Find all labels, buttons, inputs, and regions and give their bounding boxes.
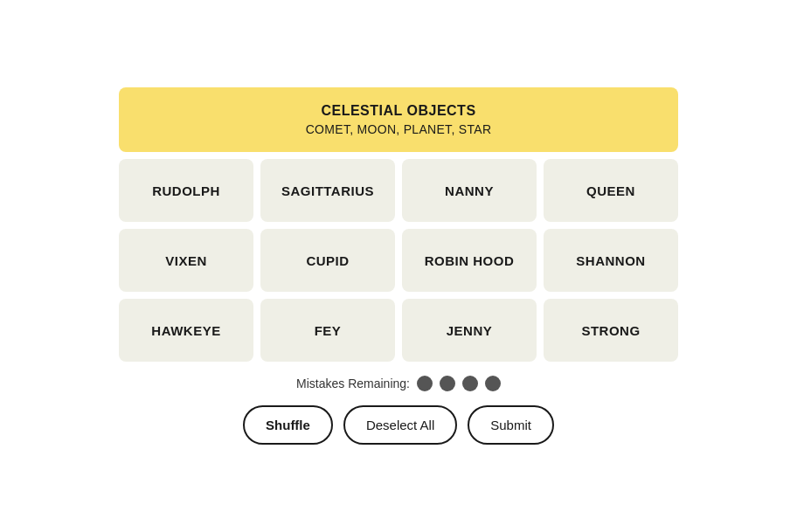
solved-category-title: CELESTIAL OBJECTS [136,103,661,119]
tile-fey[interactable]: FEY [260,299,395,362]
mistakes-label: Mistakes Remaining: [296,377,410,390]
shuffle-button[interactable]: Shuffle [243,405,333,445]
tile-cupid[interactable]: CUPID [260,229,395,292]
solved-category: CELESTIAL OBJECTS COMET, MOON, PLANET, S… [119,87,678,152]
tile-sagittarius[interactable]: SAGITTARIUS [260,159,395,222]
tile-rudolph[interactable]: RUDOLPH [119,159,253,222]
tile-jenny[interactable]: JENNY [402,299,537,362]
solved-category-items: COMET, MOON, PLANET, STAR [136,122,661,136]
mistake-dot-3 [462,376,478,391]
mistake-dot-1 [417,376,433,391]
buttons-row: Shuffle Deselect All Submit [243,405,554,445]
tile-strong[interactable]: STRONG [544,299,678,362]
tile-shannon[interactable]: SHANNON [544,229,678,292]
game-container: CELESTIAL OBJECTS COMET, MOON, PLANET, S… [119,87,678,445]
mistake-dot-4 [485,376,501,391]
tile-vixen[interactable]: VIXEN [119,229,253,292]
mistakes-row: Mistakes Remaining: [296,376,501,391]
submit-button[interactable]: Submit [468,405,554,445]
tile-nanny[interactable]: NANNY [402,159,537,222]
tile-hawkeye[interactable]: HAWKEYE [119,299,253,362]
tile-robin-hood[interactable]: ROBIN HOOD [402,229,537,292]
tile-grid: RUDOLPHSAGITTARIUSNANNYQUEENVIXENCUPIDRO… [119,159,678,362]
mistake-dot-2 [440,376,455,391]
deselect-all-button[interactable]: Deselect All [343,405,457,445]
tile-queen[interactable]: QUEEN [544,159,678,222]
